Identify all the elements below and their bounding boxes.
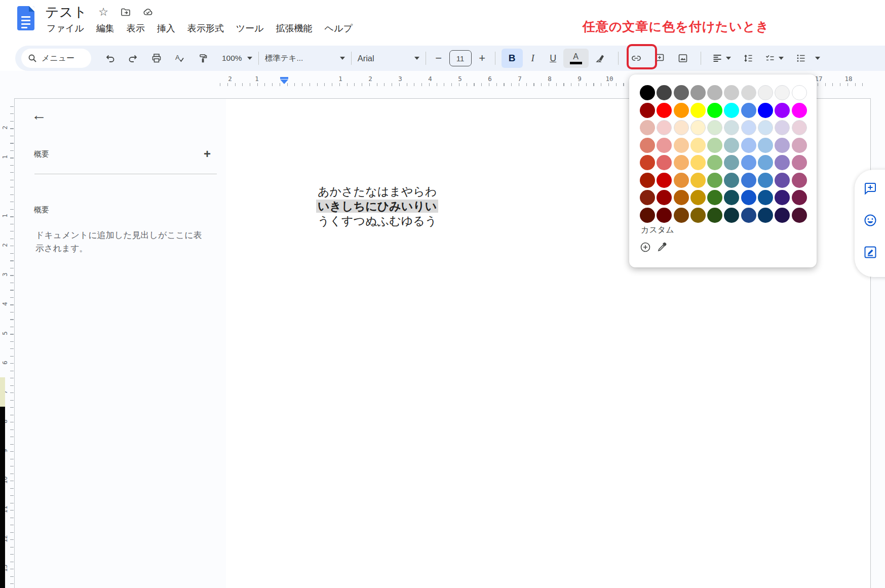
color-swatch-r7c8[interactable]: [775, 208, 790, 223]
color-swatch-r7c3[interactable]: [690, 208, 706, 223]
color-swatch-r7c4[interactable]: [707, 208, 722, 223]
color-swatch-r0c8[interactable]: [775, 85, 790, 100]
font-size-input[interactable]: 11: [449, 50, 472, 66]
undo-button[interactable]: [98, 49, 122, 68]
checklist-button[interactable]: [760, 49, 789, 68]
bold-button[interactable]: B: [502, 49, 523, 68]
color-swatch-r5c5[interactable]: [724, 173, 739, 188]
menu-item-7[interactable]: ヘルプ: [323, 21, 355, 35]
color-swatch-r4c5[interactable]: [724, 155, 739, 170]
eyedropper-button[interactable]: [657, 242, 668, 253]
color-swatch-r0c3[interactable]: [690, 85, 706, 100]
color-swatch-r5c6[interactable]: [741, 173, 756, 188]
insert-image-button[interactable]: [671, 49, 695, 68]
zoom-select[interactable]: 100%: [222, 54, 252, 63]
insert-link-button[interactable]: [625, 49, 648, 68]
color-swatch-r5c0[interactable]: [640, 173, 655, 188]
menu-item-1[interactable]: 編集: [94, 21, 117, 35]
color-swatch-r6c4[interactable]: [707, 190, 722, 205]
color-swatch-r4c2[interactable]: [674, 155, 689, 170]
paragraph-style-select[interactable]: 標準テキ...: [265, 53, 345, 64]
color-swatch-r3c5[interactable]: [724, 138, 739, 153]
color-swatch-r0c2[interactable]: [674, 85, 689, 100]
color-swatch-r1c6[interactable]: [741, 103, 756, 118]
color-swatch-r6c1[interactable]: [657, 190, 672, 205]
highlight-color-button[interactable]: [589, 49, 612, 68]
add-comment-button[interactable]: [648, 49, 671, 68]
color-swatch-r1c5[interactable]: [724, 103, 739, 118]
color-swatch-r4c6[interactable]: [741, 155, 756, 170]
color-swatch-r1c9[interactable]: [792, 103, 807, 118]
color-swatch-r3c8[interactable]: [775, 138, 790, 153]
suggest-edits-button[interactable]: [863, 245, 878, 260]
doc-line-text[interactable]: いきしちにひみいりい: [316, 200, 438, 213]
color-swatch-r6c8[interactable]: [775, 190, 790, 205]
color-swatch-r4c3[interactable]: [690, 155, 706, 170]
color-swatch-r2c7[interactable]: [758, 120, 773, 135]
color-swatch-r2c1[interactable]: [657, 120, 672, 135]
color-swatch-r6c7[interactable]: [758, 190, 773, 205]
redo-button[interactable]: [122, 49, 145, 68]
bulleted-list-button[interactable]: [789, 49, 813, 68]
color-swatch-r3c3[interactable]: [690, 138, 706, 153]
underline-button[interactable]: U: [543, 49, 563, 68]
color-swatch-r2c4[interactable]: [707, 120, 722, 135]
color-swatch-r7c0[interactable]: [640, 208, 655, 223]
menu-item-3[interactable]: 挿入: [155, 21, 177, 35]
color-swatch-r2c9[interactable]: [792, 120, 807, 135]
color-swatch-r5c7[interactable]: [758, 173, 773, 188]
add-comment-side-button[interactable]: [863, 181, 878, 196]
color-swatch-r1c1[interactable]: [657, 103, 672, 118]
text-color-button[interactable]: A: [563, 49, 589, 68]
cloud-status-icon[interactable]: [142, 6, 154, 18]
print-button[interactable]: [145, 49, 168, 68]
color-swatch-r4c7[interactable]: [758, 155, 773, 170]
color-swatch-r1c2[interactable]: [674, 103, 689, 118]
color-swatch-r6c5[interactable]: [724, 190, 739, 205]
color-swatch-r0c6[interactable]: [741, 85, 756, 100]
color-swatch-r6c2[interactable]: [674, 190, 689, 205]
paint-format-button[interactable]: [191, 49, 215, 68]
color-swatch-r0c9[interactable]: [792, 85, 807, 100]
more-toolbar-partial[interactable]: [813, 49, 823, 68]
doc-line-text[interactable]: うくすつぬふむゆるう: [316, 214, 438, 227]
color-swatch-r5c8[interactable]: [775, 173, 790, 188]
color-swatch-r4c1[interactable]: [657, 155, 672, 170]
move-folder-icon[interactable]: [120, 6, 132, 18]
menus-search-button[interactable]: メニュー: [21, 49, 91, 68]
star-icon[interactable]: ☆: [97, 6, 109, 18]
color-swatch-r4c4[interactable]: [707, 155, 722, 170]
line-spacing-button[interactable]: [737, 49, 760, 68]
color-swatch-r1c8[interactable]: [775, 103, 790, 118]
color-swatch-r2c2[interactable]: [674, 120, 689, 135]
color-swatch-r6c3[interactable]: [690, 190, 706, 205]
color-swatch-r4c0[interactable]: [640, 155, 655, 170]
indent-marker[interactable]: [280, 77, 288, 84]
color-swatch-r2c8[interactable]: [775, 120, 790, 135]
color-swatch-r3c0[interactable]: [640, 138, 655, 153]
spellcheck-button[interactable]: A: [168, 49, 191, 68]
menu-item-0[interactable]: ファイル: [45, 21, 86, 35]
color-swatch-r7c9[interactable]: [792, 208, 807, 223]
color-swatch-r5c3[interactable]: [690, 173, 706, 188]
font-select[interactable]: Arial: [358, 54, 419, 63]
color-swatch-r5c9[interactable]: [792, 173, 807, 188]
menu-item-4[interactable]: 表示形式: [185, 21, 226, 35]
color-swatch-r2c3[interactable]: [690, 120, 706, 135]
color-swatch-r3c2[interactable]: [674, 138, 689, 153]
menu-item-5[interactable]: ツール: [234, 21, 266, 35]
color-swatch-r0c1[interactable]: [657, 85, 672, 100]
color-swatch-r1c3[interactable]: [690, 103, 706, 118]
docs-logo-icon[interactable]: [17, 6, 34, 30]
color-swatch-r7c1[interactable]: [657, 208, 672, 223]
color-swatch-r3c9[interactable]: [792, 138, 807, 153]
color-swatch-r2c6[interactable]: [741, 120, 756, 135]
color-swatch-r2c5[interactable]: [724, 120, 739, 135]
add-heading-button[interactable]: +: [204, 147, 211, 161]
color-swatch-r6c0[interactable]: [640, 190, 655, 205]
color-swatch-r7c7[interactable]: [758, 208, 773, 223]
color-swatch-r1c7[interactable]: [758, 103, 773, 118]
menu-item-2[interactable]: 表示: [125, 21, 147, 35]
color-swatch-r3c1[interactable]: [657, 138, 672, 153]
color-swatch-r1c4[interactable]: [707, 103, 722, 118]
